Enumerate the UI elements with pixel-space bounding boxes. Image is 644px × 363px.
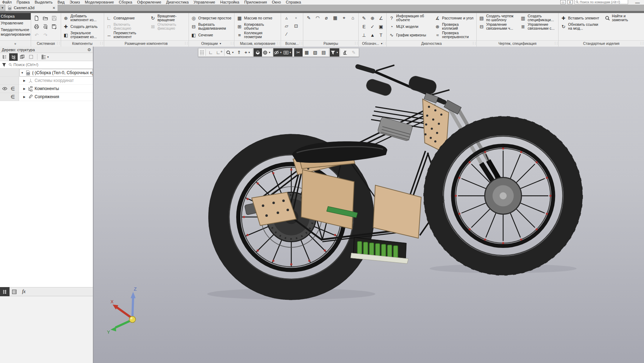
menu-assembly[interactable]: Сборка — [119, 0, 132, 4]
collapse-ribbon-icon[interactable]: ⊻ — [567, 0, 573, 4]
save-button[interactable] — [50, 14, 59, 22]
manage-specifications-button[interactable]: ≣Управление связанными с... — [519, 22, 557, 31]
filter-funnel-icon[interactable] — [0, 63, 8, 67]
leader-line-button[interactable]: ∠ — [377, 14, 386, 22]
find-replace-button[interactable]: Найти и заменить — [603, 14, 643, 22]
viewport-3d[interactable]: Z X Y ∟ ∟° ▼ ⇑ ⌖▼ ▼ ▼ ▼ ✂ ▦ ▧ ▤ — [94, 47, 644, 363]
command-search-input[interactable] — [574, 0, 628, 4]
check-mark-button[interactable]: ✓ — [368, 23, 377, 31]
menu-diagnostics[interactable]: Диагностика — [166, 0, 189, 4]
distance-angle-button[interactable]: ∡Расстояние и угол — [434, 14, 475, 22]
menu-management[interactable]: Управление — [193, 0, 215, 4]
text-tool-button[interactable]: T — [377, 31, 386, 39]
update-links-button[interactable]: ↻Обновить ссылки на мод... — [560, 22, 603, 31]
redo-button[interactable]: ↷ — [41, 31, 50, 39]
base-designation-button[interactable]: ⊕ — [368, 14, 377, 22]
dimension-table-button[interactable]: ▦ — [331, 14, 340, 22]
handlebar-assembly[interactable] — [358, 65, 449, 103]
include-symbol[interactable]: ∈ — [11, 86, 15, 91]
insert-element-button[interactable]: ✚Вставить элемент — [560, 14, 603, 22]
tree-row-root[interactable]: ▼ (-)Сборка (Тел-0, Сборочных единиц-9 — [0, 69, 93, 77]
arc-dimension-button[interactable]: ◠ — [313, 14, 322, 22]
auto-dimension-button[interactable]: ✎ — [304, 14, 313, 22]
add-component-button[interactable]: ⊕Добавить компонент из... — [62, 14, 103, 22]
group-grip[interactable]: ⋮⋮ — [184, 42, 188, 45]
menu-file[interactable]: Файл — [2, 0, 12, 4]
tree-search-input[interactable] — [8, 63, 93, 67]
manage-drawings-button[interactable]: ⊟Управление связанными ч... — [478, 22, 518, 31]
local-cs-button[interactable]: ▫ — [292, 14, 300, 22]
shaded-display-button[interactable] — [254, 48, 262, 56]
mode-assembly[interactable]: Сборка — [0, 13, 31, 20]
copy-objects-button[interactable]: ⊞Копировать объекты — [235, 22, 280, 31]
normal-to-button[interactable]: ⇑ — [235, 48, 243, 56]
menu-window[interactable]: Окно — [272, 0, 281, 4]
object-info-button[interactable]: ?Информация об объекте — [388, 14, 433, 22]
collision-check-button[interactable]: ⊗Проверка коллизий — [434, 22, 475, 31]
front-wheel[interactable] — [425, 118, 582, 274]
disable-fix-button[interactable]: ⊠Отключить фиксацию — [149, 22, 187, 31]
angular-dimension-button[interactable]: ⌂ — [348, 14, 357, 22]
zoom-area-button[interactable]: ▼ — [225, 48, 235, 56]
group-label-operations[interactable]: Операции▼⋮⋮ — [189, 40, 234, 47]
parameters-tab[interactable] — [10, 287, 19, 296]
sketch-cs-button[interactable]: ∟ — [207, 48, 215, 56]
group-grip[interactable]: ⋮⋮ — [554, 42, 558, 45]
mode-management[interactable]: Управление — [0, 20, 31, 26]
menu-applications[interactable]: Приложения — [244, 0, 267, 4]
menu-sketch[interactable]: Эскиз — [70, 0, 80, 4]
mirror-component-button[interactable]: ◧Зеркальное отражение ко... — [62, 31, 103, 39]
tree-tab[interactable] — [0, 287, 10, 296]
tree-sequence-view-button[interactable] — [0, 53, 9, 61]
hide-objects-button[interactable]: ▼ — [273, 48, 283, 56]
group-grip[interactable]: ⋮⋮ — [56, 42, 60, 45]
group-grip[interactable]: ⋮⋮ — [354, 42, 358, 45]
rotation-rotation-button[interactable]: ↻Вращение-вращение — [149, 14, 187, 22]
tab-close-icon[interactable]: ✕ — [53, 6, 55, 10]
enable-fix-button[interactable]: ⊓Включить фиксацию — [105, 22, 148, 31]
group-grip[interactable]: ⋮⋮ — [229, 42, 234, 45]
section-button[interactable]: ◧Сечение — [190, 31, 233, 39]
group-grip[interactable]: ⋮⋮ — [639, 42, 644, 45]
menu-view[interactable]: Вид — [58, 0, 65, 4]
datum-axis-button[interactable]: ∕ — [282, 30, 291, 38]
gear-icon[interactable]: ⚙ — [87, 47, 91, 52]
linear-dimension-button[interactable]: ⌖ — [340, 14, 348, 22]
toolbar-drag-grip[interactable] — [200, 50, 204, 55]
simple-hole-button[interactable]: ◎Отверстие простое — [190, 14, 233, 22]
include-symbol[interactable]: ∈ — [11, 94, 15, 100]
move-component-button[interactable]: ↔Переместить компонент — [105, 31, 148, 39]
mode-solid-modeling[interactable]: Твердотельное моделирование — [0, 26, 31, 38]
tree-filter-list-button[interactable]: ▼ — [39, 53, 51, 61]
local-cs-button[interactable]: ∟° — [215, 48, 223, 56]
print-button[interactable] — [32, 23, 41, 31]
filter-objects-button[interactable]: ▼ — [330, 48, 339, 56]
roughness-button[interactable]: ✎ — [360, 14, 369, 22]
pattern-settings-button[interactable]: ▦ — [303, 48, 311, 56]
measure-button[interactable] — [341, 48, 350, 56]
datum-plane-button[interactable]: ▱ — [282, 22, 291, 30]
wireframe-display-button[interactable]: ▼ — [262, 48, 272, 56]
document-tab[interactable]: Скелет.a3d ✕ — [5, 5, 58, 11]
menu-settings[interactable]: Настройка — [220, 0, 239, 4]
open-document-button[interactable] — [41, 14, 50, 22]
visibility-eye-icon[interactable] — [2, 87, 7, 90]
menu-styling[interactable]: Оформление — [137, 0, 161, 4]
print-preview-button[interactable] — [41, 23, 50, 31]
appearance-button[interactable]: ▧ — [311, 48, 320, 56]
group-grip[interactable]: ⋮⋮ — [298, 42, 303, 45]
group-grip[interactable]: ⋮⋮ — [472, 42, 476, 45]
menu-select[interactable]: Выделить — [35, 0, 53, 4]
datum-mark-button[interactable]: ⊥ — [360, 31, 369, 39]
tree-row-components[interactable]: ∈ ▶ Компоненты — [0, 85, 93, 93]
expander-right-icon[interactable]: ▶ — [23, 87, 26, 90]
curvature-graph-button[interactable]: ∿График кривизны — [388, 31, 433, 39]
tree-row-mates[interactable]: ∈ ▶ Сопряжения — [0, 93, 93, 101]
minimize-button[interactable]: — — [633, 1, 642, 4]
tree-relations-button[interactable] — [18, 53, 26, 61]
eyedropper-button[interactable]: ✎ — [350, 48, 358, 56]
save-as-button[interactable] — [50, 23, 59, 31]
coincide-button[interactable]: ∟Совпадение — [105, 14, 148, 22]
mass-properties-button[interactable]: ◔МЦХ модели — [388, 22, 433, 31]
position-mark-button[interactable]: ▣ — [377, 23, 386, 31]
